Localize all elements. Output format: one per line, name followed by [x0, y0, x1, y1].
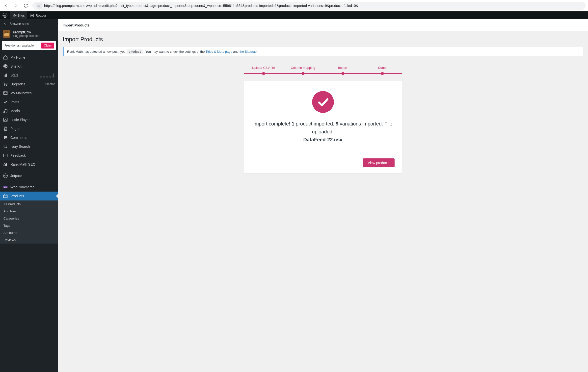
admin-bar-reader[interactable]: Reader [27, 11, 49, 19]
svg-rect-18 [47, 76, 48, 77]
admin-sidebar: Browse sites PromptCow blog.promptcow.co… [0, 19, 58, 372]
wordpress-icon [2, 13, 7, 18]
sidebar-item-jetpack[interactable]: Jetpack [0, 171, 58, 180]
svg-point-9 [7, 31, 8, 33]
sidebar-item-rank-math[interactable]: Rank Math SEO [0, 160, 58, 169]
products-submenu: All Products Add New Categories Tags Att… [0, 200, 58, 244]
svg-point-24 [6, 85, 7, 86]
svg-rect-35 [4, 165, 4, 166]
sidebar-item-ivory-search[interactable]: Ivory Search [0, 142, 58, 151]
svg-rect-20 [50, 76, 51, 77]
sidebar-item-products[interactable]: Products [0, 192, 58, 200]
page-title: Import Products [63, 36, 583, 43]
svg-point-3 [39, 6, 39, 6]
search-icon [3, 144, 8, 149]
svg-text:woo: woo [4, 187, 7, 188]
cart-icon [3, 82, 8, 87]
reload-button[interactable] [22, 2, 29, 9]
page-header: Import Products [58, 19, 588, 31]
sitekit-icon [3, 64, 8, 69]
woo-icon: woo [3, 185, 8, 190]
wp-admin-bar: My Sites Reader [0, 11, 588, 19]
svg-point-2 [38, 5, 38, 5]
sidebar-item-posts[interactable]: Posts [0, 98, 58, 106]
sidebar-item-site-kit[interactable]: Site Kit [0, 62, 58, 71]
stats-icon [3, 73, 8, 78]
site-name: PromptCow [13, 30, 40, 34]
sidebar-item-my-home[interactable]: My Home [0, 53, 58, 62]
sidebar-item-lottie[interactable]: Lottie Player [0, 115, 58, 124]
sub-reviews[interactable]: Reviews [0, 236, 58, 244]
sitemap-link[interactable]: the Sitemap [240, 50, 257, 53]
products-count: 1 [292, 121, 294, 126]
svg-rect-14 [41, 76, 42, 77]
sidebar-item-woocommerce[interactable]: woo WooCommerce [0, 183, 58, 192]
svg-rect-12 [6, 74, 7, 77]
svg-point-38 [3, 174, 8, 178]
svg-rect-27 [4, 118, 7, 122]
admin-bar-my-sites[interactable]: My Sites [10, 11, 27, 19]
titles-meta-link[interactable]: Titles & Meta page [206, 50, 232, 53]
forward-button[interactable] [12, 2, 19, 9]
svg-line-31 [6, 147, 7, 148]
site-card[interactable]: PromptCow blog.promptcow.com [0, 28, 58, 40]
svg-rect-16 [44, 76, 45, 77]
lottie-icon [3, 117, 8, 122]
sub-all-products[interactable]: All Products [0, 200, 58, 208]
domain-text: Free domain available [4, 44, 34, 47]
svg-rect-19 [49, 76, 50, 77]
sidebar-item-comments[interactable]: Comments [0, 133, 58, 142]
wp-logo[interactable] [0, 11, 10, 19]
sub-tags[interactable]: Tags [0, 222, 58, 229]
sub-categories[interactable]: Categories [0, 215, 58, 222]
svg-point-8 [5, 31, 6, 33]
sidebar-item-media[interactable]: Media [0, 106, 58, 115]
back-button[interactable] [2, 2, 9, 9]
svg-point-25 [4, 112, 5, 113]
svg-rect-29 [5, 128, 7, 131]
step-line [244, 73, 402, 74]
site-settings-icon[interactable] [36, 3, 42, 9]
svg-rect-41 [4, 195, 7, 198]
browse-sites[interactable]: Browse sites [0, 19, 58, 28]
svg-rect-22 [53, 74, 54, 77]
sub-attributes[interactable]: Attributes [0, 229, 58, 236]
stats-sparkline [40, 73, 55, 77]
import-stepper: Upload CSV file Column mapping Import Do… [244, 66, 402, 174]
url-bar[interactable]: https://blog.promptcow.com/wp-admin/edit… [32, 2, 586, 10]
svg-point-23 [4, 85, 5, 86]
claim-button[interactable]: Claim [41, 43, 54, 49]
svg-rect-13 [40, 76, 41, 77]
result-card: Import complete! 1 product imported. 9 v… [244, 81, 402, 174]
comments-icon [3, 135, 8, 140]
svg-rect-15 [43, 76, 44, 77]
sidebar-item-feedback[interactable]: Feedback [0, 151, 58, 160]
sidebar-item-stats[interactable]: Stats [0, 71, 58, 80]
pin-icon [3, 99, 8, 104]
svg-rect-10 [4, 75, 4, 77]
sidebar-item-upgrades[interactable]: Upgrades Creator [0, 80, 58, 89]
site-logo [3, 30, 10, 38]
mail-icon [3, 91, 8, 96]
svg-rect-5 [30, 14, 34, 17]
jetpack-icon [3, 173, 8, 178]
svg-rect-36 [5, 164, 6, 166]
svg-rect-17 [46, 76, 47, 77]
sidebar-item-pages[interactable]: Pages [0, 124, 58, 133]
rankmath-icon [3, 162, 8, 167]
svg-rect-32 [4, 154, 7, 157]
svg-rect-28 [4, 127, 6, 130]
feedback-icon [3, 153, 8, 158]
notice-code: product [127, 50, 143, 54]
chevron-left-icon [3, 22, 7, 26]
uploaded-filename: DataFeed-22.csv [303, 137, 343, 142]
sidebar-item-mailboxes[interactable]: My Mailboxes [0, 89, 58, 98]
domain-banner: Free domain available Claim [2, 41, 56, 50]
complete-text: Import complete! 1 product imported. 9 v… [251, 120, 395, 144]
reader-icon [30, 13, 34, 18]
svg-rect-21 [52, 76, 53, 77]
sub-add-new[interactable]: Add New [0, 208, 58, 215]
variations-count: 9 [336, 121, 338, 126]
view-products-button[interactable]: View products [363, 158, 395, 167]
plan-badge: Creator [45, 82, 55, 86]
